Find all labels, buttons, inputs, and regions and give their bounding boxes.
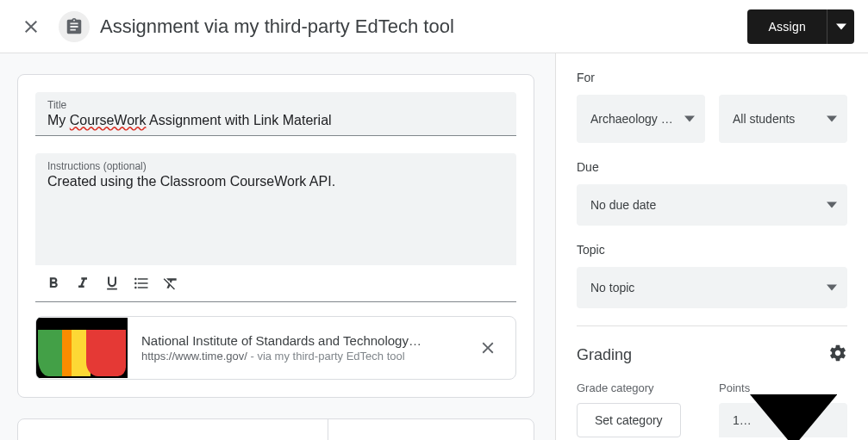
clear-format-button[interactable] bbox=[156, 269, 185, 298]
instructions-field[interactable]: Instructions (optional) Created using th… bbox=[35, 153, 516, 265]
caret-down-icon bbox=[827, 200, 837, 210]
topic-label: Topic bbox=[577, 243, 847, 257]
topic-select[interactable]: No topic bbox=[577, 267, 847, 308]
assignment-card: Title My CourseWork Assignment with Link… bbox=[17, 74, 534, 398]
caret-down-icon bbox=[827, 114, 837, 124]
italic-button[interactable] bbox=[68, 269, 97, 298]
grade-category-label: Grade category bbox=[577, 381, 705, 394]
page-title: Assignment via my third-party EdTech too… bbox=[100, 15, 454, 38]
title-label: Title bbox=[47, 99, 504, 111]
close-icon bbox=[478, 338, 497, 357]
attachment-via: - via my third-party EdTech tool bbox=[247, 350, 405, 363]
for-label: For bbox=[577, 71, 847, 84]
bold-button[interactable] bbox=[39, 269, 68, 298]
instructions-label: Instructions (optional) bbox=[47, 160, 504, 172]
caret-down-icon bbox=[836, 22, 846, 32]
caret-down-icon bbox=[750, 394, 837, 440]
points-select[interactable]: 100 bbox=[719, 403, 847, 437]
remove-attachment-button[interactable] bbox=[467, 327, 509, 369]
assign-dropdown-button[interactable] bbox=[827, 9, 854, 44]
bullet-list-button[interactable] bbox=[127, 269, 156, 298]
grading-settings-button[interactable] bbox=[828, 344, 847, 366]
grading-label: Grading bbox=[577, 346, 632, 364]
caret-down-icon bbox=[684, 114, 695, 124]
attachment-url: https://www.time.gov/ bbox=[141, 350, 247, 363]
close-icon[interactable] bbox=[14, 9, 48, 44]
attachment-title: National Institute of Standards and Tech… bbox=[141, 333, 453, 348]
header: Assignment via my third-party EdTech too… bbox=[0, 0, 868, 53]
title-field[interactable]: Title My CourseWork Assignment with Link… bbox=[35, 92, 516, 136]
attachment-thumbnail bbox=[36, 318, 128, 378]
class-select[interactable]: Archaeology … bbox=[577, 95, 705, 143]
sidebar: For Archaeology … All students Due No du… bbox=[556, 53, 868, 440]
link-attachment[interactable]: National Institute of Standards and Tech… bbox=[35, 316, 516, 380]
points-label: Points bbox=[719, 381, 847, 394]
gear-icon bbox=[828, 344, 847, 363]
assignment-icon bbox=[59, 11, 90, 42]
underline-button[interactable] bbox=[97, 269, 127, 298]
students-select[interactable]: All students bbox=[719, 95, 847, 143]
attachment-info: National Institute of Standards and Tech… bbox=[128, 333, 467, 363]
due-label: Due bbox=[577, 160, 847, 174]
format-toolbar bbox=[35, 265, 516, 302]
divider bbox=[577, 325, 847, 326]
assign-button-group: Assign bbox=[747, 9, 854, 44]
due-date-select[interactable]: No due date bbox=[577, 184, 847, 226]
assign-button[interactable]: Assign bbox=[747, 9, 827, 44]
main-panel: Title My CourseWork Assignment with Link… bbox=[0, 53, 556, 440]
set-category-button[interactable]: Set category bbox=[577, 403, 681, 437]
caret-down-icon bbox=[827, 282, 837, 293]
title-input[interactable]: My CourseWork Assignment with Link Mater… bbox=[47, 113, 504, 128]
instructions-input[interactable]: Created using the Classroom CourseWork A… bbox=[47, 174, 504, 189]
secondary-card bbox=[17, 418, 534, 440]
